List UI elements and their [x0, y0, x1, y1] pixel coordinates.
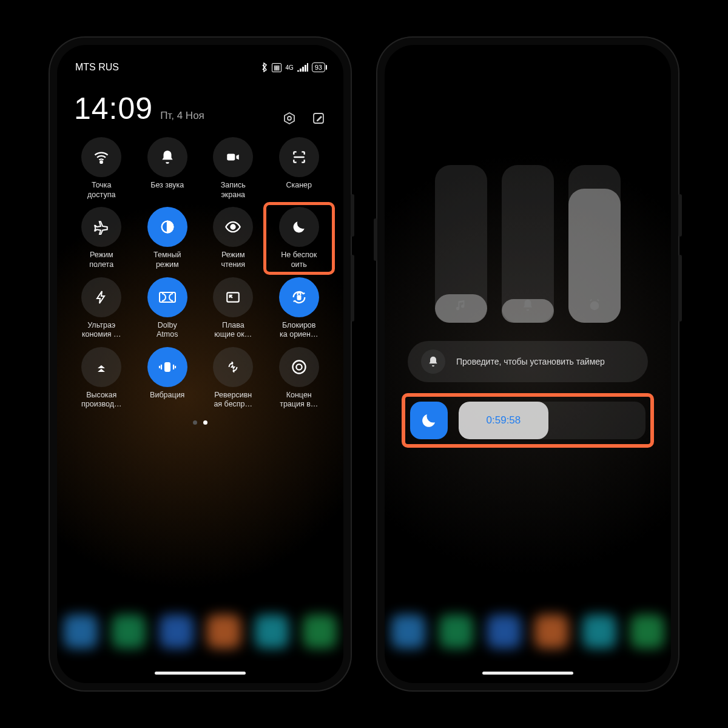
svg-rect-3: [228, 154, 235, 161]
qs-tile-lockrot[interactable]: Блокиров ка ориен…: [268, 277, 331, 340]
qs-tile-label: Концен трация в…: [280, 391, 318, 410]
qs-tile-label: Режим полета: [89, 251, 113, 269]
pager-dot: [203, 420, 207, 425]
qs-tile-label: Темный режим: [153, 251, 181, 269]
boost-icon: [81, 347, 121, 387]
qs-tile-label: Ультраэ кономия …: [82, 321, 121, 340]
bell-icon: [147, 137, 187, 177]
timer-hint-label: Проведите, чтобы установить таймер: [456, 357, 605, 366]
alarm-clock-icon: [588, 298, 601, 312]
qs-tile-label: Без звука: [150, 181, 184, 190]
media-volume-slider[interactable]: [435, 165, 487, 323]
quick-settings-grid: Точка доступаБез звукаЗапись экранаСкане…: [69, 137, 331, 410]
qs-tile-focus[interactable]: Концен трация в…: [268, 347, 331, 410]
bluetooth-icon: [261, 62, 268, 72]
pager-dots: [69, 420, 331, 425]
carrier-label: MTS RUS: [75, 62, 119, 73]
edit-button[interactable]: [311, 110, 326, 126]
phone-right: Проведите, чтобы установить таймер 0:59:…: [376, 36, 679, 692]
settings-button[interactable]: [281, 110, 297, 126]
lockrot-icon: [279, 277, 319, 317]
home-indicator[interactable]: [155, 672, 246, 675]
plane-icon: [81, 207, 121, 247]
qs-tile-wifi[interactable]: Точка доступа: [70, 137, 133, 200]
vibrate-icon: [147, 347, 187, 387]
ring-volume-slider[interactable]: [502, 165, 554, 323]
qs-tile-label: Высокая производ…: [81, 391, 121, 410]
qs-tile-label: Dolby Atmos: [157, 321, 178, 340]
qs-tile-label: Запись экрана: [221, 181, 246, 200]
status-right: ▦ 4G 93: [261, 62, 325, 72]
qs-tile-eye[interactable]: Режим чтения: [202, 207, 265, 269]
qs-tile-label: Плава ющие ок…: [214, 321, 252, 340]
battery-indicator: 93: [312, 62, 325, 72]
qs-tile-video[interactable]: Запись экрана: [202, 137, 265, 200]
hw-button: [374, 218, 377, 261]
svg-rect-9: [164, 362, 170, 372]
svg-point-0: [288, 116, 291, 120]
alarm-volume-slider[interactable]: [568, 165, 621, 323]
pip-icon: [213, 277, 253, 317]
clock: 14:09: [74, 91, 153, 126]
dock-blurred: [385, 604, 671, 659]
qs-tile-bell[interactable]: Без звука: [136, 137, 199, 200]
qs-tile-darkmode[interactable]: Темный режим: [136, 207, 199, 269]
wifi-icon: [81, 137, 121, 177]
screen-left: MTS RUS ▦ 4G 93 14:09 Пт, 4 Ноя: [57, 45, 343, 683]
music-note-icon: [454, 298, 468, 312]
dock-blurred: [57, 604, 343, 659]
svg-point-5: [231, 225, 235, 229]
panel-header: 14:09 Пт, 4 Ноя: [69, 73, 331, 137]
qs-tile-moon[interactable]: Не беспок оить: [268, 207, 331, 269]
svg-rect-7: [228, 292, 240, 302]
bell-icon: [521, 298, 534, 312]
svg-rect-8: [297, 295, 301, 300]
qs-tile-boost[interactable]: Высокая производ…: [70, 347, 133, 410]
status-bar: MTS RUS ▦ 4G 93: [69, 56, 331, 73]
dolby-icon: [147, 277, 187, 317]
qs-tile-scan[interactable]: Сканер: [268, 137, 331, 200]
svg-point-10: [292, 360, 305, 373]
focus-icon: [279, 347, 319, 387]
qs-tile-label: Реверсивн ая беспр…: [214, 391, 252, 410]
home-indicator[interactable]: [482, 672, 573, 675]
date-label: Пт, 4 Ноя: [160, 110, 204, 122]
qs-tile-bolt[interactable]: Ультраэ кономия …: [70, 277, 133, 340]
hw-button: [678, 194, 682, 237]
signal-icon: [297, 63, 308, 72]
svg-rect-6: [160, 292, 175, 302]
pager-dot: [193, 420, 197, 425]
eye-icon: [213, 207, 253, 247]
hw-button: [351, 194, 354, 237]
phone-left: MTS RUS ▦ 4G 93 14:09 Пт, 4 Ноя: [49, 36, 352, 692]
qs-tile-vibrate[interactable]: Вибрация: [136, 347, 199, 410]
video-icon: [213, 137, 253, 177]
bell-icon: [421, 349, 445, 374]
qs-tile-label: Режим чтения: [221, 251, 245, 269]
qs-tile-label: Блокиров ка ориен…: [280, 321, 318, 340]
qs-tile-label: Вибрация: [150, 391, 184, 400]
qs-tile-revcharge[interactable]: Реверсивн ая беспр…: [202, 347, 265, 410]
dnd-timer-slider[interactable]: 0:59:58: [459, 402, 645, 439]
qs-tile-dolby[interactable]: Dolby Atmos: [136, 277, 199, 340]
qs-tile-label: Сканер: [286, 181, 312, 190]
qs-tile-plane[interactable]: Режим полета: [70, 207, 133, 269]
darkmode-icon: [147, 207, 187, 247]
hw-button: [678, 255, 682, 322]
bolt-icon: [81, 277, 121, 317]
sim-icon: ▦: [272, 63, 281, 72]
qs-tile-pip[interactable]: Плава ющие ок…: [202, 277, 265, 340]
qs-tile-label: Точка доступа: [87, 181, 115, 200]
svg-point-12: [590, 302, 599, 311]
timer-hint-pill[interactable]: Проведите, чтобы установить таймер: [408, 341, 648, 382]
svg-point-2: [101, 161, 103, 163]
network-label: 4G: [285, 64, 293, 71]
annotation-highlight: [263, 202, 335, 274]
revcharge-icon: [213, 347, 253, 387]
volume-sliders: [397, 165, 659, 323]
scan-icon: [279, 137, 319, 177]
dnd-timer-row[interactable]: 0:59:58: [405, 396, 650, 445]
svg-point-11: [296, 364, 302, 369]
dnd-timer-value: 0:59:58: [487, 414, 521, 426]
screen-right: Проведите, чтобы установить таймер 0:59:…: [385, 45, 671, 683]
